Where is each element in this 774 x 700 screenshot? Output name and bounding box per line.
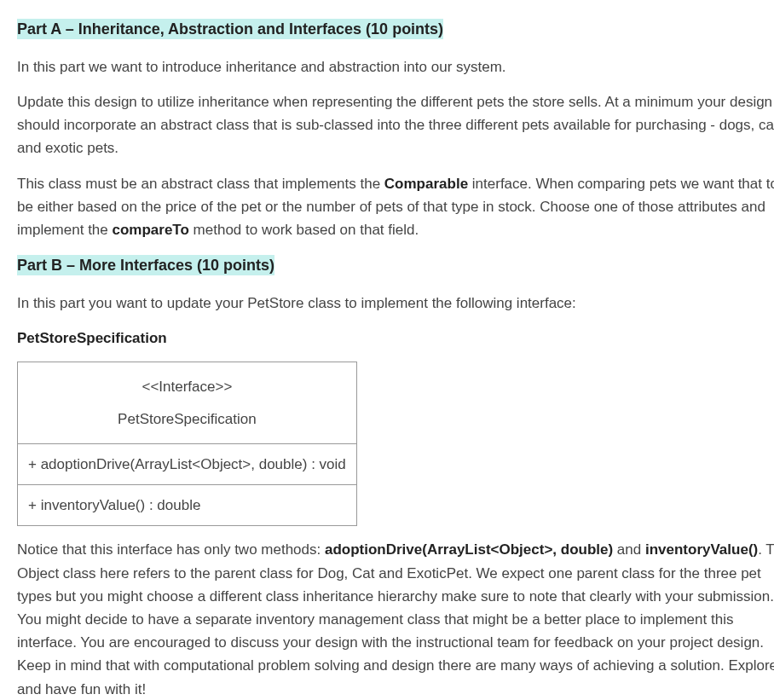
part-a-heading: Part A – Inheritance, Abstraction and In… <box>17 17 774 42</box>
text-fragment: and <box>613 541 645 558</box>
text-fragment: method to work based on that field. <box>189 222 419 238</box>
part-b-paragraph-2: Notice that this interface has only two … <box>17 538 774 700</box>
part-b-heading: Part B – More Interfaces (10 points) <box>17 253 774 278</box>
uml-method-row-2: + inventoryValue() : double <box>18 485 357 526</box>
uml-interface-table: <<Interface>> PetStoreSpecification + ad… <box>17 362 357 526</box>
uml-method-row-1: + adoptionDrive(ArrayList<Object>, doubl… <box>18 444 357 485</box>
text-fragment: . The Object class here refers to the pa… <box>17 541 774 697</box>
uml-classname: PetStoreSpecification <box>118 411 257 427</box>
petstorespec-label: PetStoreSpecification <box>17 327 774 350</box>
part-a-paragraph-3: This class must be an abstract class tha… <box>17 172 774 242</box>
comparable-keyword: Comparable <box>384 176 468 192</box>
uml-stereotype: <<Interface>> <box>142 379 232 395</box>
compareto-keyword: compareTo <box>113 222 189 238</box>
text-fragment: This class must be an abstract class tha… <box>17 176 384 192</box>
text-fragment: Notice that this interface has only two … <box>17 541 325 558</box>
part-a-paragraph-1: In this part we want to introduce inheri… <box>17 55 774 78</box>
adoptiondrive-keyword: adoptionDrive(ArrayList<Object>, double) <box>325 541 613 558</box>
inventoryvalue-keyword: inventoryValue() <box>645 541 758 558</box>
part-a-paragraph-2: Update this design to utilize inheritanc… <box>17 90 774 160</box>
part-b-paragraph-1: In this part you want to update your Pet… <box>17 292 774 315</box>
uml-header-cell: <<Interface>> PetStoreSpecification <box>18 362 357 444</box>
